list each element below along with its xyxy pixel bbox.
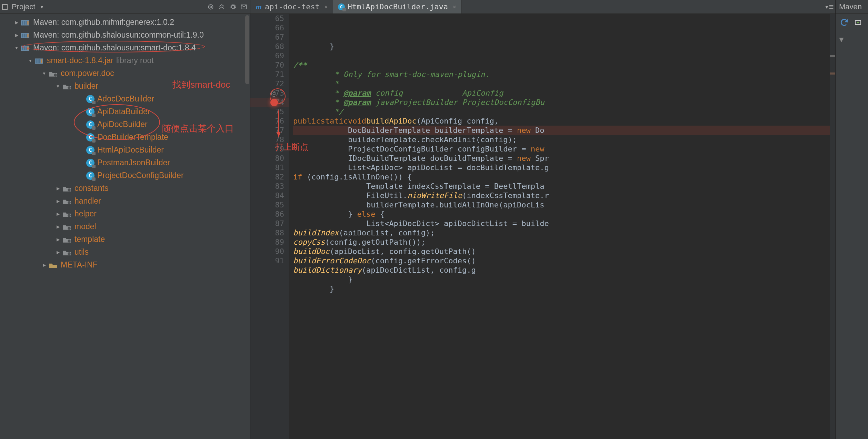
gutter-line[interactable]: 68 xyxy=(250,42,289,51)
tree-item[interactable]: com.power.doc xyxy=(0,67,250,80)
gutter-line[interactable]: 71 xyxy=(250,70,289,79)
code-line[interactable]: List<ApiDoc> apiDocList = docBuildTempla… xyxy=(293,163,830,172)
code-line[interactable]: builderTemplate.checkAndInit(config); xyxy=(293,135,830,144)
editor-gutter[interactable]: 656667686970717273@747576777879808182838… xyxy=(250,14,289,439)
code-line[interactable]: } xyxy=(293,275,830,284)
gutter-line[interactable]: 73@ xyxy=(250,88,289,98)
breakpoint-icon[interactable] xyxy=(270,99,278,106)
code-line[interactable]: copyCss(config.getOutPath()); xyxy=(293,237,830,247)
gutter-line[interactable]: 72 xyxy=(250,79,289,88)
tree-item[interactable]: Maven: com.github.mifmif:generex:1.0.2 xyxy=(0,16,250,29)
gutter-line[interactable]: 91 xyxy=(250,256,289,265)
tree-item[interactable]: builder xyxy=(0,80,250,92)
gutter-line[interactable]: 69 xyxy=(250,51,289,60)
gutter-line[interactable]: 70 xyxy=(250,60,289,70)
gutter-line[interactable]: 79 xyxy=(250,144,289,154)
close-icon[interactable]: ✕ xyxy=(325,3,328,10)
gutter-line[interactable]: 85 xyxy=(250,200,289,209)
code-line[interactable]: buildDictionary(apiDocDictList, config.g xyxy=(293,265,830,275)
code-line[interactable]: } xyxy=(293,42,830,51)
gutter-line[interactable]: 74 xyxy=(250,98,289,107)
gutter-line[interactable]: 77 xyxy=(250,126,289,135)
expand-arrow-icon[interactable] xyxy=(55,224,61,229)
code-line[interactable]: builderTemplate.buildAllInOne(apiDocLis xyxy=(293,200,830,209)
code-line[interactable]: * xyxy=(293,79,830,88)
tree-item[interactable]: CProjectDocConfigBuilder xyxy=(0,169,250,182)
code-line[interactable]: public static void buildApiDoc(ApiConfig… xyxy=(293,116,830,126)
code-line[interactable]: FileUtil.nioWriteFile(indexCssTemplate.r xyxy=(293,191,830,200)
gutter-line[interactable]: 88 xyxy=(250,228,289,237)
project-tree[interactable]: Maven: com.github.mifmif:generex:1.0.2Ma… xyxy=(0,14,250,439)
code-line[interactable]: DocBuilderTemplate builderTemplate = new… xyxy=(293,126,830,135)
maven-tree-collapsed[interactable]: ▼ xyxy=(836,31,868,439)
gutter-line[interactable]: 65 xyxy=(250,14,289,23)
tree-item[interactable]: CApiDataBuilder xyxy=(0,105,250,118)
code-line[interactable]: * @param javaProjectBuilder ProjectDocCo… xyxy=(293,98,830,107)
gutter-line[interactable]: 90 xyxy=(250,247,289,256)
expand-arrow-icon[interactable] xyxy=(55,199,61,204)
expand-arrow-icon[interactable] xyxy=(55,84,61,89)
code-line[interactable]: */ xyxy=(293,107,830,116)
code-line[interactable]: * @param config ApiConfig xyxy=(293,88,830,98)
tree-item[interactable]: CApiDocBuilder xyxy=(0,118,250,131)
code-line[interactable] xyxy=(293,51,830,60)
tree-item[interactable]: utils xyxy=(0,246,250,258)
tree-item[interactable]: template xyxy=(0,233,250,246)
hide-panel-icon[interactable] xyxy=(240,3,248,11)
code-line[interactable]: Template indexCssTemplate = BeetlTempla xyxy=(293,182,830,191)
add-icon[interactable] xyxy=(853,17,863,28)
tree-item[interactable]: CPostmanJsonBuilder xyxy=(0,156,250,169)
tree-item[interactable]: helper xyxy=(0,207,250,220)
code-line[interactable]: /** xyxy=(293,60,830,70)
collapse-all-icon[interactable] xyxy=(218,3,226,11)
code-line[interactable]: if (config.isAllInOne()) { xyxy=(293,172,830,182)
gutter-line[interactable]: 75 xyxy=(250,107,289,116)
expand-arrow-icon[interactable] xyxy=(55,186,61,191)
code-line[interactable]: buildIndex(apiDocList, config); xyxy=(293,228,830,237)
tree-item[interactable]: CDocBuilderTemplate xyxy=(0,131,250,144)
editor-scrollbar[interactable] xyxy=(830,14,835,439)
gutter-line[interactable]: 66 xyxy=(250,23,289,32)
expand-arrow-icon[interactable] xyxy=(55,250,61,255)
code-line[interactable]: } else { xyxy=(293,209,830,219)
code-line[interactable]: ProjectDocConfigBuilder configBuilder = … xyxy=(293,144,830,154)
refresh-icon[interactable] xyxy=(839,17,849,28)
project-tree-scrollbar[interactable] xyxy=(245,14,249,439)
code-line[interactable]: IDocBuildTemplate docBuildTemplate = new… xyxy=(293,154,830,163)
code-area[interactable]: } /** * Only for smart-doc-maven-plugin.… xyxy=(289,14,830,439)
tree-item[interactable]: smart-doc-1.8.4.jarlibrary root xyxy=(0,54,250,67)
gutter-line[interactable]: 87 xyxy=(250,219,289,228)
gutter-line[interactable]: 81 xyxy=(250,163,289,172)
target-icon[interactable] xyxy=(207,3,215,11)
gutter-line[interactable]: 86 xyxy=(250,209,289,219)
chevron-down-icon[interactable]: ▼ xyxy=(836,31,868,48)
tree-item[interactable]: constants xyxy=(0,182,250,195)
gutter-line[interactable]: 84 xyxy=(250,191,289,200)
code-line[interactable]: buildErrorCodeDoc(config.getErrorCodes() xyxy=(293,256,830,265)
expand-arrow-icon[interactable] xyxy=(14,20,19,25)
gutter-line[interactable]: 80 xyxy=(250,154,289,163)
editor-tab[interactable]: mapi-doc-test✕ xyxy=(250,0,333,13)
code-line[interactable]: buildDoc(apiDocList, config.getOutPath() xyxy=(293,247,830,256)
override-gutter-icon[interactable]: @ xyxy=(271,89,276,97)
tree-item[interactable]: CHtmlApiDocBuilder xyxy=(0,144,250,156)
gutter-line[interactable]: 83 xyxy=(250,182,289,191)
expand-arrow-icon[interactable] xyxy=(55,237,61,242)
code-line[interactable]: } xyxy=(293,284,830,293)
project-view-dropdown[interactable]: ▼ xyxy=(39,4,44,10)
expand-arrow-icon[interactable] xyxy=(14,46,19,50)
code-line[interactable]: * Only for smart-doc-maven-plugin. xyxy=(293,70,830,79)
editor-tab[interactable]: CHtmlApiDocBuilder.java✕ xyxy=(333,0,461,13)
editor-tabs-menu[interactable]: ▾≡ xyxy=(823,0,835,13)
gutter-line[interactable]: 82 xyxy=(250,172,289,182)
gutter-line[interactable]: 89 xyxy=(250,237,289,247)
gear-icon[interactable] xyxy=(229,3,237,11)
expand-arrow-icon[interactable] xyxy=(14,33,19,38)
tree-item[interactable]: Maven: com.github.shalousun:common-util:… xyxy=(0,29,250,41)
gutter-line[interactable]: 76 xyxy=(250,116,289,126)
expand-arrow-icon[interactable] xyxy=(41,263,47,267)
gutter-line[interactable]: 67 xyxy=(250,32,289,42)
expand-arrow-icon[interactable] xyxy=(41,71,47,76)
tree-item[interactable]: model xyxy=(0,220,250,233)
code-line[interactable]: List<ApiDocDict> apiDocDictList = builde xyxy=(293,219,830,228)
